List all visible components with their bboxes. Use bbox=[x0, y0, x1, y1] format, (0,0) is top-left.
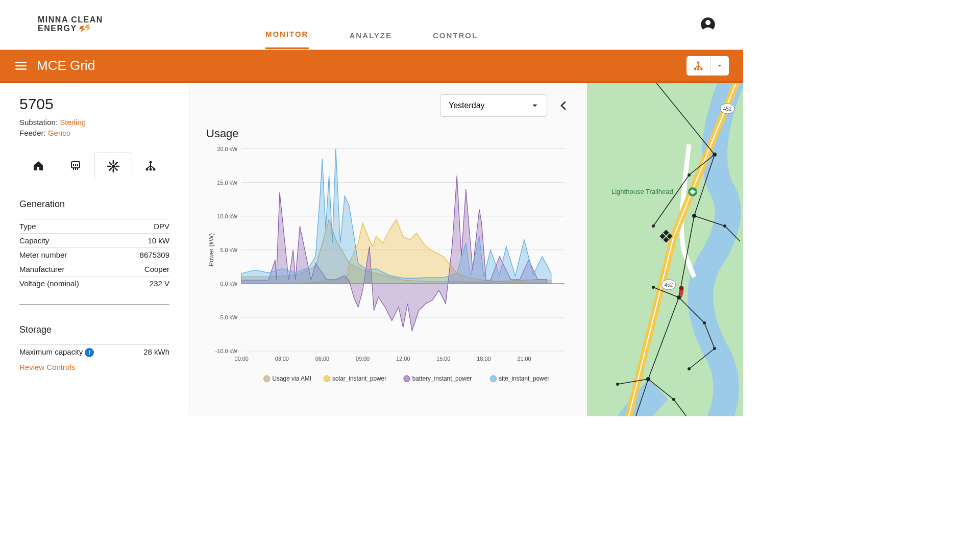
svg-text:5.0 kW: 5.0 kW bbox=[220, 247, 237, 253]
svg-text:18:00: 18:00 bbox=[477, 355, 491, 361]
svg-point-53 bbox=[688, 173, 691, 177]
svg-text:10.0 kW: 10.0 kW bbox=[217, 213, 237, 219]
map-svg: 452 452 bbox=[587, 83, 743, 416]
prop-row: Maximum capacityi28 kWh bbox=[19, 344, 169, 360]
svg-text:15:00: 15:00 bbox=[436, 355, 450, 361]
svg-text:-5.0 kW: -5.0 kW bbox=[218, 314, 238, 320]
tab-generation[interactable] bbox=[94, 153, 132, 179]
svg-point-11 bbox=[150, 161, 152, 164]
tab-meter[interactable] bbox=[57, 153, 94, 179]
snowflake-icon bbox=[107, 160, 120, 173]
tab-topology[interactable] bbox=[132, 153, 169, 179]
tab-analyze[interactable]: ANALYZE bbox=[349, 31, 391, 49]
svg-point-1 bbox=[705, 20, 710, 25]
svg-point-10 bbox=[111, 164, 115, 168]
meter-icon bbox=[69, 160, 82, 172]
svg-point-54 bbox=[652, 224, 655, 228]
svg-point-63 bbox=[616, 383, 619, 386]
brand-logo: MINNA CLEAN ENERGY bbox=[12, 16, 103, 33]
svg-point-45 bbox=[491, 375, 497, 382]
svg-point-2 bbox=[697, 61, 700, 64]
review-controls-link[interactable]: Review Controls bbox=[19, 363, 169, 371]
tab-control[interactable]: CONTROL bbox=[433, 31, 478, 49]
hamburger-icon[interactable] bbox=[14, 59, 28, 72]
prop-row: Meter number8675309 bbox=[19, 247, 169, 262]
svg-point-55 bbox=[692, 214, 696, 218]
svg-text:21:00: 21:00 bbox=[517, 355, 531, 361]
svg-text:Lighthouse Trailhead: Lighthouse Trailhead bbox=[611, 188, 673, 195]
tab-home[interactable] bbox=[19, 153, 57, 179]
tab-monitor[interactable]: MONITOR bbox=[265, 30, 309, 49]
grid-title: MCE Grid bbox=[37, 58, 687, 73]
svg-text:06:00: 06:00 bbox=[315, 355, 329, 361]
svg-rect-7 bbox=[73, 164, 74, 166]
user-icon[interactable] bbox=[700, 17, 716, 32]
topology-button[interactable] bbox=[687, 56, 710, 76]
divider bbox=[19, 305, 169, 305]
svg-point-39 bbox=[264, 375, 270, 382]
device-id: 5705 bbox=[19, 95, 169, 113]
svg-point-72 bbox=[679, 286, 684, 291]
svg-point-52 bbox=[713, 153, 717, 157]
svg-point-58 bbox=[652, 286, 655, 289]
svg-point-3 bbox=[694, 68, 696, 70]
topology-icon bbox=[693, 60, 704, 71]
center-panel: Yesterday Usage -10.0 kW-5.0 kW0.0 kW5.0… bbox=[189, 83, 587, 416]
prop-row: ManufacturerCooper bbox=[19, 262, 169, 276]
top-bar: MINNA CLEAN ENERGY MONITOR ANALYZE CONTR… bbox=[0, 0, 743, 50]
left-panel: 5705 Substation: Sterling Feeder: Genco … bbox=[0, 83, 189, 416]
caret-down-icon bbox=[531, 102, 538, 109]
collapse-button[interactable] bbox=[557, 99, 570, 112]
substation-link[interactable]: Sterling bbox=[60, 118, 86, 127]
topology-dropdown[interactable] bbox=[710, 56, 729, 76]
svg-point-56 bbox=[723, 224, 726, 228]
svg-text:00:00: 00:00 bbox=[235, 355, 249, 361]
prop-row: TypeDPV bbox=[19, 219, 169, 233]
detail-tabs bbox=[19, 153, 169, 180]
prop-row: Capacity10 kW bbox=[19, 233, 169, 247]
svg-text:0.0 kW: 0.0 kW bbox=[220, 281, 237, 287]
svg-point-12 bbox=[146, 168, 149, 171]
nav-tabs: MONITOR ANALYZE CONTROL bbox=[265, 0, 478, 49]
svg-point-14 bbox=[153, 168, 156, 171]
caret-down-icon bbox=[717, 63, 723, 69]
svg-point-43 bbox=[404, 375, 410, 382]
svg-text:20.0 kW: 20.0 kW bbox=[217, 145, 237, 152]
range-row: Yesterday bbox=[206, 94, 570, 117]
orange-bar: MCE Grid bbox=[0, 50, 743, 83]
svg-text:site_instant_power: site_instant_power bbox=[499, 375, 549, 382]
svg-text:09:00: 09:00 bbox=[356, 355, 370, 361]
svg-point-5 bbox=[700, 68, 703, 70]
svg-point-13 bbox=[150, 168, 152, 171]
feeder-link[interactable]: Genco bbox=[48, 129, 70, 137]
svg-text:03:00: 03:00 bbox=[275, 355, 289, 361]
svg-rect-9 bbox=[77, 164, 78, 166]
range-select[interactable]: Yesterday bbox=[440, 94, 547, 117]
topology-small-icon bbox=[144, 160, 157, 172]
svg-text:Usage via AMI: Usage via AMI bbox=[273, 375, 311, 382]
prop-row: Voltage (nominal)232 V bbox=[19, 276, 169, 290]
usage-chart: -10.0 kW-5.0 kW0.0 kW5.0 kW10.0 kW15.0 k… bbox=[206, 143, 570, 388]
svg-text:Power (kW): Power (kW) bbox=[208, 233, 215, 266]
svg-text:solar_instant_power: solar_instant_power bbox=[332, 375, 386, 382]
svg-text:12:00: 12:00 bbox=[396, 355, 410, 361]
svg-point-41 bbox=[324, 375, 330, 382]
content-area: 5705 Substation: Sterling Feeder: Genco … bbox=[0, 83, 743, 416]
svg-point-57 bbox=[677, 295, 681, 299]
svg-text:452: 452 bbox=[665, 282, 673, 288]
svg-point-64 bbox=[672, 398, 675, 401]
generation-title: Generation bbox=[19, 199, 169, 210]
map-panel[interactable]: 452 452 bbox=[587, 83, 743, 416]
svg-text:452: 452 bbox=[723, 106, 732, 112]
brand-line2: ENERGY bbox=[38, 24, 103, 33]
topology-split-button bbox=[687, 56, 729, 76]
svg-text:battery_instant_power: battery_instant_power bbox=[412, 375, 472, 382]
brand-line1: MINNA CLEAN bbox=[38, 16, 103, 23]
svg-point-59 bbox=[703, 321, 706, 324]
info-icon[interactable]: i bbox=[85, 348, 94, 357]
svg-point-62 bbox=[646, 377, 650, 381]
svg-point-61 bbox=[688, 367, 691, 370]
svg-text:15.0 kW: 15.0 kW bbox=[217, 179, 237, 185]
storage-title: Storage bbox=[19, 324, 169, 335]
svg-rect-8 bbox=[75, 164, 76, 166]
